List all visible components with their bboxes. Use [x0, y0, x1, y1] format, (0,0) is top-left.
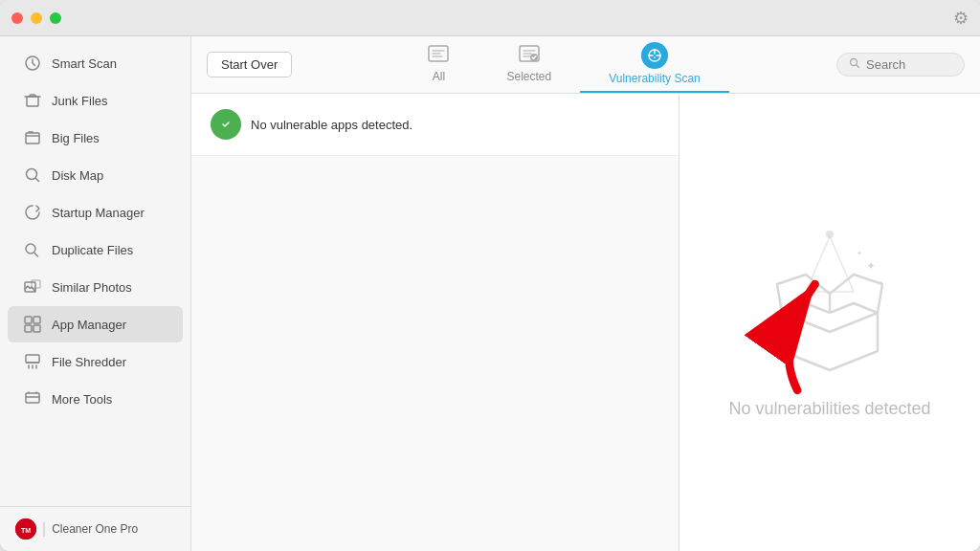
no-vulnerable-text: No vulnerable apps detected.: [251, 118, 412, 132]
tab-vulnerability-label: Vulnerability Scan: [609, 72, 701, 85]
sidebar-item-smart-scan[interactable]: Smart Scan: [8, 45, 183, 81]
duplicate-files-icon: [23, 240, 42, 259]
content-area: Start Over All: [191, 36, 980, 551]
main-layout: Smart Scan Junk Files: [0, 36, 980, 551]
svg-rect-2: [26, 133, 39, 143]
sidebar-item-file-shredder[interactable]: File Shredder: [8, 343, 183, 380]
trend-micro-icon: TM: [15, 518, 36, 540]
sidebar-item-startup-manager[interactable]: Startup Manager: [8, 194, 183, 231]
tab-vulnerability-scan[interactable]: Vulnerability Scan: [580, 36, 729, 93]
left-panel: No vulnerable apps detected.: [191, 94, 679, 551]
sidebar-item-similar-photos[interactable]: Similar Photos: [8, 269, 183, 305]
svg-text:✦: ✦: [866, 259, 876, 273]
sidebar-item-disk-map[interactable]: Disk Map: [8, 157, 183, 193]
tab-selected-icon: [519, 45, 540, 67]
minimize-button[interactable]: [31, 12, 42, 24]
sidebar-item-big-files[interactable]: Big Files: [8, 120, 183, 156]
svg-rect-12: [26, 393, 39, 403]
trend-micro-logo: TM | Cleaner One Pro: [15, 518, 138, 540]
svg-rect-8: [33, 317, 40, 323]
title-bar: ⚙: [0, 0, 980, 36]
tab-selected-label: Selected: [506, 70, 551, 83]
svg-rect-11: [26, 355, 39, 363]
smart-scan-label: Smart Scan: [52, 56, 117, 71]
smart-scan-icon: [23, 54, 42, 73]
search-input[interactable]: [866, 57, 952, 72]
more-tools-label: More Tools: [52, 392, 112, 407]
toolbar-tabs: All Selected: [307, 36, 821, 93]
file-shredder-icon: [23, 352, 42, 371]
tab-selected[interactable]: Selected: [478, 39, 580, 91]
maximize-button[interactable]: [50, 12, 61, 24]
sidebar-item-more-tools[interactable]: More Tools: [8, 381, 183, 417]
junk-files-label: Junk Files: [52, 94, 108, 108]
no-vulnerable-banner: No vulnerable apps detected.: [191, 94, 679, 156]
similar-photos-icon: [23, 277, 42, 297]
sidebar-nav: Smart Scan Junk Files: [0, 36, 190, 506]
no-vulnerabilities-label: No vulnerabilities detected: [728, 399, 930, 419]
svg-point-19: [826, 231, 834, 238]
sidebar: Smart Scan Junk Files: [0, 36, 191, 551]
start-over-button[interactable]: Start Over: [207, 52, 292, 77]
app-manager-label: App Manager: [52, 318, 126, 332]
big-files-icon: [23, 128, 42, 147]
tab-all-icon: [428, 45, 449, 67]
sidebar-item-duplicate-files[interactable]: Duplicate Files: [8, 231, 183, 268]
toolbar: Start Over All: [191, 36, 980, 94]
search-icon: [849, 57, 860, 72]
more-tools-icon: [23, 389, 42, 408]
startup-manager-icon: [23, 203, 42, 222]
right-panel: ✦ ✦ ✦ No vulnerabilities detected: [679, 94, 980, 551]
svg-text:TM: TM: [21, 527, 31, 534]
svg-point-18: [851, 59, 858, 66]
brand-divider: |: [42, 520, 46, 538]
sidebar-footer: TM | Cleaner One Pro: [0, 506, 190, 551]
tab-all[interactable]: All: [399, 39, 478, 91]
sidebar-item-app-manager[interactable]: App Manager: [8, 306, 183, 342]
tab-vulnerability-icon: [641, 42, 668, 69]
svg-rect-7: [25, 317, 32, 323]
window-controls: [11, 12, 61, 24]
app-name-label: Cleaner One Pro: [52, 522, 138, 536]
gear-icon[interactable]: ⚙: [953, 8, 969, 29]
empty-state-illustration: ✦ ✦ ✦: [753, 227, 906, 380]
svg-point-3: [27, 169, 37, 180]
svg-text:✦: ✦: [857, 250, 862, 256]
disk-map-label: Disk Map: [52, 168, 103, 183]
similar-photos-label: Similar Photos: [52, 280, 132, 295]
svg-text:✦: ✦: [878, 279, 884, 288]
disk-map-icon: [23, 165, 42, 185]
shield-check-icon: [211, 109, 241, 140]
svg-rect-1: [27, 97, 38, 106]
app-window: ⚙ Smart Scan: [0, 0, 980, 551]
file-shredder-label: File Shredder: [52, 355, 126, 369]
panels-container: No vulnerable apps detected.: [191, 94, 980, 551]
junk-files-icon: [23, 91, 42, 110]
app-manager-icon: [23, 315, 42, 334]
svg-point-4: [26, 244, 35, 253]
big-files-label: Big Files: [52, 131, 100, 145]
search-box: [836, 53, 965, 77]
startup-manager-label: Startup Manager: [52, 206, 145, 220]
close-button[interactable]: [11, 12, 23, 24]
duplicate-files-label: Duplicate Files: [52, 243, 133, 257]
svg-rect-10: [33, 325, 40, 332]
tab-all-label: All: [433, 70, 445, 83]
svg-rect-9: [25, 325, 32, 332]
left-panel-empty-area: [191, 156, 679, 551]
sidebar-item-junk-files[interactable]: Junk Files: [8, 82, 183, 119]
